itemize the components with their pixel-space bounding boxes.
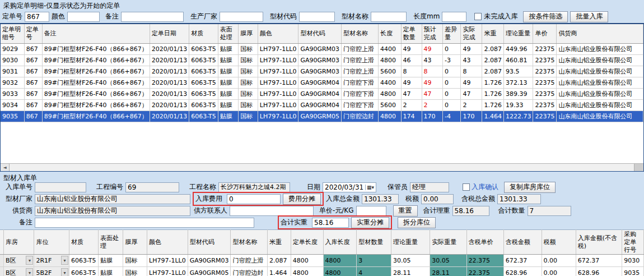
actual-share-button[interactable]: 实重分摊 (351, 217, 389, 228)
unfinished-checkbox[interactable] (474, 13, 482, 20)
calendar-dropdown-icon[interactable]: ▦▾ (365, 185, 374, 190)
column-header[interactable]: 入库金额(不含税) (576, 230, 622, 255)
copy-warehouse-button[interactable]: 复制库房库位 (504, 182, 556, 193)
column-header[interactable]: 材质 (69, 230, 98, 255)
column-header[interactable]: 膜厚 (239, 24, 258, 44)
note-input[interactable] (121, 12, 184, 22)
column-header[interactable]: 定单数量 (401, 24, 422, 44)
reset-button[interactable]: 重置 (393, 205, 418, 217)
table-row[interactable]: 903386789#门框型材F26-F40（866+867）2020/01/13… (1, 89, 643, 100)
keeper-field[interactable]: 经理 (410, 182, 449, 192)
filter-button[interactable]: 按条件筛选 (523, 11, 568, 22)
column-header[interactable]: 长度 (379, 24, 401, 44)
manufacturer-input[interactable] (220, 12, 263, 22)
column-header[interactable]: 材质 (189, 24, 218, 44)
column-header[interactable]: 含税金额 (503, 230, 542, 255)
column-header[interactable]: 差异量 (443, 24, 461, 44)
supplier-field[interactable]: 山东南山铝业股份有限公司 (35, 206, 190, 216)
table-row[interactable]: 903586789#门框型材F26-F40（866+867）2020/01/13… (1, 111, 643, 122)
table-cell: 0 (443, 89, 461, 100)
column-header[interactable]: 表面处理 (218, 24, 238, 44)
unit-price-input[interactable] (356, 206, 386, 216)
inbound-table: 库房库位材质表面处理膜厚颜色型材代码型材名称米重定单长度入库长度型材数量理论重量… (0, 229, 644, 276)
split-location-button[interactable]: 拆分库位 (398, 217, 436, 228)
column-header[interactable]: 颜色 (147, 230, 188, 255)
color-input[interactable] (67, 12, 100, 22)
column-header[interactable]: 定单明细号 (1, 24, 24, 44)
column-header[interactable]: 米重 (482, 24, 504, 44)
table-row[interactable]: B区▾2R1F▾6063-T5贴膜国标LH797-1LL0GA90GRM03门帘… (0, 255, 644, 267)
column-header[interactable]: 型材代码 (188, 230, 231, 255)
scroll-left-arrow-icon[interactable]: ◄ (1, 164, 10, 171)
column-header[interactable]: 库位 (34, 230, 69, 255)
table-row[interactable]: 903286789#门框型材F26-F40（866+867）2020/01/13… (1, 77, 643, 89)
scrollbar-thumb[interactable] (10, 164, 634, 171)
actual-total-input[interactable] (312, 218, 349, 228)
inbound-no-field[interactable] (35, 182, 86, 192)
column-header[interactable]: 实际重量 (430, 230, 466, 255)
column-header[interactable]: 米重 (268, 230, 291, 255)
column-header[interactable]: 型材代码 (298, 24, 342, 44)
column-header[interactable]: 单价 (533, 24, 557, 44)
column-header[interactable]: 定单号 (24, 24, 42, 44)
column-header[interactable]: 库房 (4, 230, 34, 255)
fee-input[interactable] (227, 194, 281, 204)
column-header[interactable]: 预计完成 (422, 24, 442, 44)
tax-total-field[interactable]: 1301.33 (497, 194, 541, 204)
column-header[interactable]: 税额 (542, 230, 576, 255)
profile-code-input[interactable] (299, 12, 335, 22)
fee-share-button[interactable]: 费用分摊 (283, 194, 321, 205)
contact-input[interactable] (230, 206, 314, 216)
table-cell: GA90GRM03 (298, 55, 342, 66)
dropdown-arrow-icon[interactable]: ▾ (26, 268, 33, 276)
batch-inbound-button[interactable]: 批量入库 (570, 11, 608, 22)
project-no-field[interactable]: 69 (125, 182, 179, 192)
column-header[interactable]: 型材数量 (357, 230, 391, 255)
column-header[interactable]: 理论重量 (503, 24, 533, 44)
horizontal-scrollbar[interactable]: ◄ (1, 163, 643, 171)
column-header[interactable]: 型材名称 (231, 230, 268, 255)
column-header[interactable]: 采购定单行号 (622, 230, 644, 255)
column-header[interactable]: 入库长度 (323, 230, 357, 255)
column-header[interactable]: 型材名称 (342, 24, 379, 44)
column-header[interactable]: 颜色 (258, 24, 298, 44)
confirm-checkbox[interactable] (463, 183, 470, 191)
dropdown-arrow-icon[interactable]: ▾ (26, 256, 33, 265)
column-header[interactable]: 表面处理 (98, 230, 123, 255)
length-input[interactable] (442, 12, 466, 22)
table-cell: 门帘腔上滑 (231, 255, 268, 267)
column-header[interactable]: 实际完成 (461, 24, 482, 44)
table-row[interactable]: 903486789#门框型材F26-F40（866+867）2020/01/13… (1, 100, 643, 111)
dropdown-arrow-icon[interactable]: ▾ (61, 256, 68, 265)
date-field[interactable]: 2020/03/31▦▾ (323, 182, 376, 192)
unit-price-label: 单价-元/KG (319, 206, 354, 215)
qty-total-field[interactable]: 7 (528, 206, 571, 216)
column-header[interactable]: 备注 (42, 24, 150, 44)
table-cell[interactable]: B区▾ (4, 255, 34, 267)
column-header[interactable]: 供货商 (557, 24, 643, 44)
table-cell: 22375 (533, 111, 557, 122)
table-row[interactable]: 903186789#门框型材F26-F40（866+867）2020/01/13… (1, 66, 643, 77)
dropdown-arrow-icon[interactable]: ▾ (61, 268, 68, 276)
project-name-field[interactable]: 长沙万科魅力之城4.2期 (218, 182, 290, 192)
table-cell[interactable]: B区▾ (4, 267, 34, 276)
table-cell: 49 (401, 44, 422, 55)
inbound-total-field[interactable]: 1301.33 (362, 194, 399, 204)
tax-field[interactable]: 0.00 (421, 194, 454, 204)
table-row[interactable]: 903086789#门框型材F26-F40（866+867）2020/01/13… (1, 55, 643, 66)
table-row[interactable]: 902986789#门框型材F26-F40（866+867）2020/01/13… (1, 44, 643, 55)
remark-input[interactable] (35, 218, 254, 228)
column-header[interactable]: 理论重量 (391, 230, 430, 255)
column-header[interactable]: 膜厚 (123, 230, 147, 255)
vendor-field[interactable]: 山东南山铝业股份有限公司 (35, 194, 190, 204)
column-header[interactable]: 含税单价 (466, 230, 503, 255)
table-cell[interactable]: 2R1F▾ (34, 255, 69, 267)
column-header[interactable]: 定单日期 (150, 24, 189, 44)
table-row[interactable]: B区▾5B2F▾6063-T5贴膜国标LH797-1LL0GA90GRM05门帘… (0, 267, 644, 276)
table-cell: 867 (24, 89, 42, 100)
table-cell[interactable]: 5B2F▾ (34, 267, 69, 276)
profile-name-input[interactable] (371, 12, 407, 22)
theo-total-field[interactable]: 58.16 (452, 206, 489, 216)
order-no-input[interactable] (25, 12, 49, 22)
column-header[interactable]: 定单长度 (291, 230, 323, 255)
